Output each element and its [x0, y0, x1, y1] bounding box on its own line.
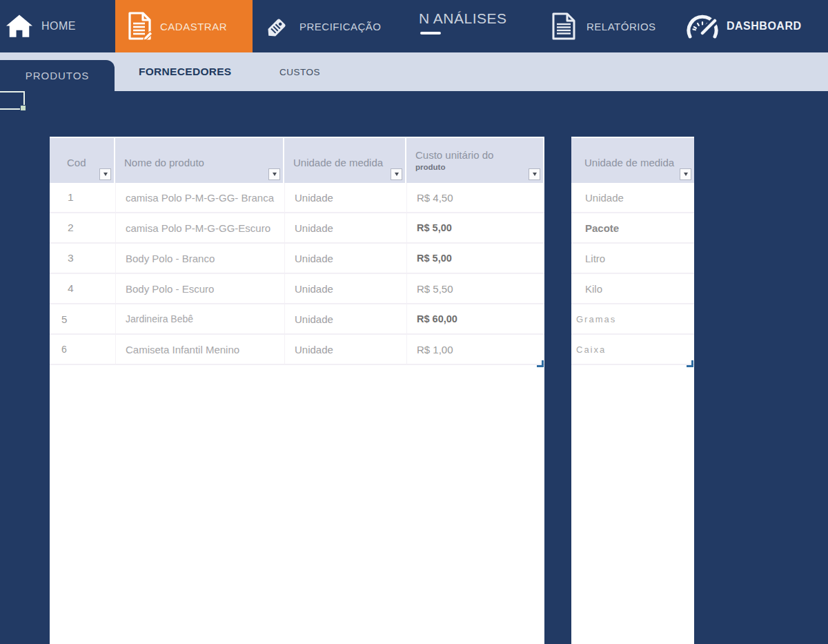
cell-cod[interactable]: 4	[50, 274, 115, 303]
gauge-icon	[684, 12, 720, 40]
tab-label-fornecedores: FORNECEDORES	[139, 66, 232, 78]
nav-label-home: HOME	[41, 20, 76, 32]
column-header-nome-label: Nome do produto	[124, 157, 204, 168]
table-row: Caixa	[571, 335, 694, 365]
column-header-unidade-de-medida-label: Unidade de medida	[584, 157, 674, 168]
nav-label-dashboard: DASHBOARD	[727, 20, 802, 32]
nav-label-analises: N ANÁLISES	[419, 10, 531, 27]
table-row: Litro	[571, 244, 694, 274]
table-row: 4 Body Polo - Escuro Unidade R$ 5,50	[50, 274, 544, 304]
units-table-header: Unidade de medida	[571, 138, 694, 183]
chevron-down-icon	[395, 173, 399, 176]
table-row: 3 Body Polo - Branco Unidade R$ 5,00	[50, 244, 544, 274]
products-table-header: Cod Nome do produto Unidade de medida Cu…	[50, 138, 544, 183]
tab-label-produtos: PRODUTOS	[26, 70, 90, 81]
nav-underline-indicator	[420, 32, 441, 35]
column-header-unidade-label: Unidade de medida	[293, 157, 383, 168]
units-table: Unidade de medida Unidade Pacote Litro K…	[571, 137, 694, 644]
cell-custo[interactable]: R$ 4,50	[406, 183, 544, 212]
document-edit-icon	[128, 12, 152, 41]
nav-label-cadastrar: CADASTRAR	[160, 21, 227, 32]
cell-nome[interactable]: camisa Polo P-M-G-GG- Branca	[115, 183, 284, 212]
cell-unidade[interactable]: Unidade	[284, 304, 406, 333]
cell-cod[interactable]: 3	[50, 244, 115, 273]
filter-button[interactable]	[680, 168, 691, 180]
cell-nome[interactable]: Body Polo - Escuro	[115, 274, 284, 303]
tab-bar: PRODUTOS FORNECEDORES CUSTOS	[0, 52, 828, 91]
cell-custo[interactable]: R$ 5,00	[406, 244, 544, 273]
chevron-down-icon	[273, 173, 277, 176]
cell-unidade[interactable]: Unidade	[284, 335, 406, 364]
cell-unit[interactable]: Unidade	[571, 183, 694, 212]
filter-button[interactable]	[99, 168, 111, 180]
nav-item-dashboard[interactable]: DASHBOARD	[669, 0, 828, 52]
column-header-cod-label: Cod	[67, 157, 86, 168]
cell-unidade[interactable]: Unidade	[284, 183, 406, 212]
column-header-custo[interactable]: Custo unitário do produto	[406, 138, 543, 183]
nav-item-relatorios[interactable]: RELATÓRIOS	[531, 0, 669, 52]
table-row: Pacote	[571, 213, 694, 244]
cell-custo[interactable]: R$ 5,00	[406, 213, 544, 242]
fill-handle[interactable]	[20, 105, 26, 111]
products-table: Cod Nome do produto Unidade de medida Cu…	[50, 137, 544, 644]
chevron-down-icon	[103, 173, 108, 176]
table-row: 5 Jardineira Bebê Unidade R$ 60,00	[50, 304, 544, 335]
cell-nome[interactable]: camisa Polo P-M-G-GG-Escuro	[115, 213, 284, 242]
column-header-cod[interactable]: Cod	[50, 138, 114, 183]
cell-cod[interactable]: 1	[50, 183, 115, 212]
cell-unit[interactable]: Gramas	[571, 304, 694, 333]
cell-unit[interactable]: Caixa	[571, 335, 694, 364]
table-resize-handle[interactable]	[687, 360, 693, 367]
active-cell-outline[interactable]	[0, 91, 25, 110]
cell-unit[interactable]: Pacote	[571, 213, 694, 242]
nav-item-cadastrar[interactable]: CADASTRAR	[115, 0, 253, 52]
table-resize-handle[interactable]	[537, 360, 544, 367]
cell-cod[interactable]: 5	[50, 304, 115, 333]
cell-nome[interactable]: Camiseta Infantil Menino	[115, 335, 284, 364]
column-header-custo-line2: produto	[415, 163, 543, 171]
cell-unidade[interactable]: Unidade	[284, 213, 406, 242]
chevron-down-icon	[533, 173, 537, 176]
price-tag-icon	[264, 12, 293, 41]
cell-unit[interactable]: Kilo	[571, 274, 694, 303]
filter-button[interactable]	[268, 168, 280, 180]
filter-button[interactable]	[529, 168, 540, 180]
report-icon	[552, 12, 575, 40]
nav-item-home[interactable]: HOME	[0, 0, 115, 52]
cell-unidade[interactable]: Unidade	[284, 244, 406, 273]
nav-item-analises[interactable]: N ANÁLISES	[393, 0, 531, 52]
cell-nome[interactable]: Jardineira Bebê	[115, 304, 284, 333]
cell-nome[interactable]: Body Polo - Branco	[115, 244, 284, 273]
top-nav: HOME CADASTRAR	[0, 0, 828, 52]
nav-label-relatorios: RELATÓRIOS	[586, 21, 656, 32]
cell-cod[interactable]: 2	[50, 213, 115, 242]
column-header-custo-line1: Custo unitário do	[415, 149, 543, 161]
tab-produtos[interactable]: PRODUTOS	[0, 60, 115, 91]
home-icon	[6, 14, 32, 38]
tab-label-custos: CUSTOS	[279, 67, 320, 77]
cell-custo[interactable]: R$ 60,00	[406, 304, 544, 333]
table-row: Gramas	[571, 304, 694, 335]
table-row: Unidade	[571, 183, 694, 213]
cell-custo[interactable]: R$ 1,00	[406, 335, 544, 364]
table-row: Kilo	[571, 274, 694, 304]
chevron-down-icon	[684, 173, 688, 176]
tab-fornecedores[interactable]: FORNECEDORES	[139, 52, 232, 91]
cell-unidade[interactable]: Unidade	[284, 274, 406, 303]
table-row: 1 camisa Polo P-M-G-GG- Branca Unidade R…	[50, 183, 544, 213]
filter-button[interactable]	[391, 168, 402, 180]
tab-custos[interactable]: CUSTOS	[279, 52, 320, 91]
cell-unit[interactable]: Litro	[571, 244, 694, 273]
column-header-unidade-de-medida[interactable]: Unidade de medida	[571, 138, 694, 183]
table-row: 6 Camiseta Infantil Menino Unidade R$ 1,…	[50, 335, 544, 365]
nav-label-precificacao: PRECIFICAÇÃO	[299, 21, 382, 32]
cell-cod[interactable]: 6	[50, 335, 115, 364]
column-header-unidade[interactable]: Unidade de medida	[284, 138, 405, 183]
nav-item-precificacao[interactable]: PRECIFICAÇÃO	[253, 0, 393, 52]
table-row: 2 camisa Polo P-M-G-GG-Escuro Unidade R$…	[50, 213, 544, 244]
column-header-nome[interactable]: Nome do produto	[115, 138, 283, 183]
cell-custo[interactable]: R$ 5,50	[406, 274, 544, 303]
